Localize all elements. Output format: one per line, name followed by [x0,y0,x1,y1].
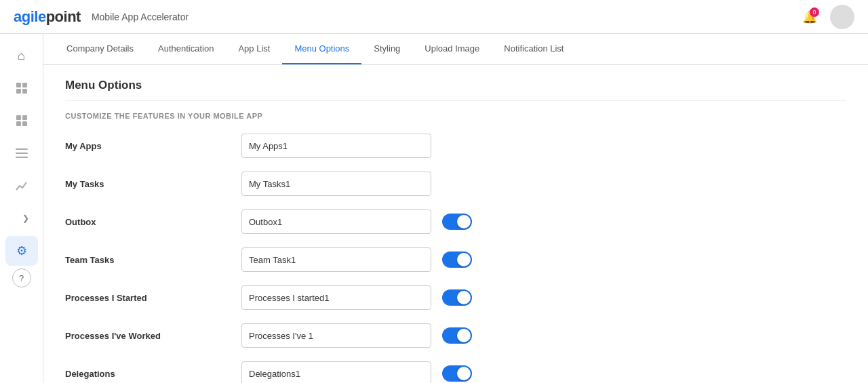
tab-app-list[interactable]: App List [226,34,282,64]
row-label: Team Tasks [65,255,241,265]
toggle-processes-i-started[interactable] [442,289,472,306]
row-input-area [241,134,431,158]
user-avatar[interactable] [830,5,854,29]
text-input-team-tasks[interactable] [241,247,431,272]
tab-styling[interactable]: Styling [361,34,412,64]
row-label: Delegations [65,369,241,379]
text-input-outbox[interactable] [241,209,431,234]
table-row: My Apps [65,134,846,158]
sidebar-item-help[interactable]: ? [12,268,31,287]
svg-rect-3 [22,89,27,94]
svg-rect-1 [22,83,27,87]
row-label: My Tasks [65,179,241,189]
row-label: Processes I Started [65,293,241,303]
tabs-bar: Company Details Authentication App List … [43,34,868,65]
main-layout: ⌂ ❯ ⚙ ? Company Details Authentication A… [0,34,868,383]
notification-badge: 0 [810,7,819,17]
sidebar-item-list[interactable] [5,138,38,168]
page-heading: Menu Options [65,79,846,101]
tab-menu-options[interactable]: Menu Options [282,34,361,64]
table-row: Team Tasks [65,247,846,272]
tab-authentication[interactable]: Authentication [146,34,226,64]
page-content: Menu Options CUSTOMIZE THE FEATURES IN Y… [43,65,868,383]
row-input-area [241,247,472,272]
svg-rect-6 [16,121,21,126]
app-header: agilepoint Mobile App Accelerator 🔔 0 [0,0,868,34]
tab-notification-list[interactable]: Notification List [492,34,576,64]
toggle-delegations[interactable] [442,365,472,382]
sidebar-chevron[interactable]: ❯ [19,203,33,233]
svg-rect-0 [16,83,21,87]
sidebar: ⌂ ❯ ⚙ ? [0,34,43,383]
table-row: Processes I Started [65,285,846,310]
header-right: 🔔 0 [800,5,854,29]
row-input-area [241,361,472,383]
row-input-area [241,209,472,234]
sidebar-item-analytics[interactable] [5,171,38,201]
svg-rect-2 [16,89,21,94]
text-input-processes-i've-worked[interactable] [241,323,431,348]
toggle-processes-i've-worked[interactable] [442,327,472,344]
toggle-team-tasks[interactable] [442,251,472,268]
form-rows: My AppsMy TasksOutboxTeam TasksProcesses… [65,134,846,383]
logo: agilepoint [14,8,81,26]
table-row: Delegations [65,361,846,383]
table-row: Processes I've Worked [65,323,846,348]
app-title: Mobile App Accelerator [92,12,189,22]
row-input-area [241,285,472,310]
notification-bell[interactable]: 🔔 0 [800,7,819,26]
row-input-area [241,172,431,196]
svg-rect-10 [16,157,28,158]
text-input-my-tasks[interactable] [241,172,431,196]
text-input-my-apps[interactable] [241,134,431,158]
section-label: CUSTOMIZE THE FEATURES IN YOUR MOBILE AP… [65,112,846,120]
tab-upload-image[interactable]: Upload Image [412,34,492,64]
content-area: Company Details Authentication App List … [43,34,868,383]
sidebar-item-home[interactable]: ⌂ [5,41,38,70]
svg-rect-5 [22,115,27,120]
svg-rect-8 [16,148,28,150]
table-row: My Tasks [65,172,846,196]
svg-rect-4 [16,115,21,120]
row-label: Processes I've Worked [65,331,241,341]
text-input-processes-i-started[interactable] [241,285,431,310]
tab-company-details[interactable]: Company Details [54,34,146,64]
sidebar-item-grid2[interactable] [5,106,38,136]
logo-area: agilepoint Mobile App Accelerator [14,8,189,26]
svg-rect-9 [16,153,28,154]
row-label: My Apps [65,141,241,151]
toggle-outbox[interactable] [442,214,472,230]
sidebar-item-grid1[interactable] [5,73,38,103]
svg-rect-7 [22,121,27,126]
row-input-area [241,323,472,348]
sidebar-item-settings[interactable]: ⚙ [5,236,38,266]
table-row: Outbox [65,209,846,234]
text-input-delegations[interactable] [241,361,431,383]
row-label: Outbox [65,217,241,227]
